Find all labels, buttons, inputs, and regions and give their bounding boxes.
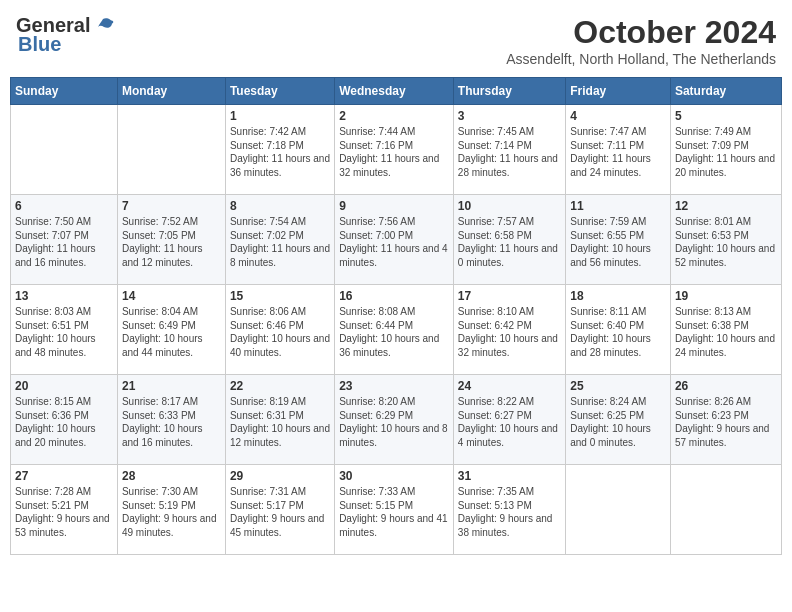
daylight-text: Daylight: 10 hours and 56 minutes. — [570, 242, 666, 269]
day-number: 15 — [230, 289, 330, 303]
logo-bird-icon — [92, 15, 114, 37]
daylight-text: Daylight: 9 hours and 41 minutes. — [339, 512, 449, 539]
day-info: Sunrise: 7:44 AMSunset: 7:16 PMDaylight:… — [339, 125, 449, 179]
sunset-text: Sunset: 5:19 PM — [122, 499, 221, 513]
day-number: 13 — [15, 289, 113, 303]
calendar-cell: 22Sunrise: 8:19 AMSunset: 6:31 PMDayligh… — [225, 375, 334, 465]
day-info: Sunrise: 7:31 AMSunset: 5:17 PMDaylight:… — [230, 485, 330, 539]
calendar-cell: 11Sunrise: 7:59 AMSunset: 6:55 PMDayligh… — [566, 195, 671, 285]
daylight-text: Daylight: 11 hours and 4 minutes. — [339, 242, 449, 269]
sunrise-text: Sunrise: 7:54 AM — [230, 215, 330, 229]
sunrise-text: Sunrise: 7:57 AM — [458, 215, 561, 229]
day-number: 30 — [339, 469, 449, 483]
calendar-week-row: 13Sunrise: 8:03 AMSunset: 6:51 PMDayligh… — [11, 285, 782, 375]
day-number: 12 — [675, 199, 777, 213]
sunset-text: Sunset: 6:42 PM — [458, 319, 561, 333]
day-number: 23 — [339, 379, 449, 393]
day-info: Sunrise: 7:59 AMSunset: 6:55 PMDaylight:… — [570, 215, 666, 269]
sunset-text: Sunset: 6:46 PM — [230, 319, 330, 333]
day-number: 5 — [675, 109, 777, 123]
calendar-cell: 26Sunrise: 8:26 AMSunset: 6:23 PMDayligh… — [670, 375, 781, 465]
day-info: Sunrise: 7:28 AMSunset: 5:21 PMDaylight:… — [15, 485, 113, 539]
day-info: Sunrise: 7:35 AMSunset: 5:13 PMDaylight:… — [458, 485, 561, 539]
sunrise-text: Sunrise: 7:47 AM — [570, 125, 666, 139]
calendar-cell: 27Sunrise: 7:28 AMSunset: 5:21 PMDayligh… — [11, 465, 118, 555]
sunrise-text: Sunrise: 7:28 AM — [15, 485, 113, 499]
day-number: 25 — [570, 379, 666, 393]
day-info: Sunrise: 7:50 AMSunset: 7:07 PMDaylight:… — [15, 215, 113, 269]
daylight-text: Daylight: 11 hours and 36 minutes. — [230, 152, 330, 179]
day-number: 16 — [339, 289, 449, 303]
daylight-text: Daylight: 9 hours and 53 minutes. — [15, 512, 113, 539]
sunset-text: Sunset: 6:58 PM — [458, 229, 561, 243]
sunset-text: Sunset: 6:49 PM — [122, 319, 221, 333]
sunrise-text: Sunrise: 8:19 AM — [230, 395, 330, 409]
day-number: 18 — [570, 289, 666, 303]
day-info: Sunrise: 8:19 AMSunset: 6:31 PMDaylight:… — [230, 395, 330, 449]
calendar-cell: 18Sunrise: 8:11 AMSunset: 6:40 PMDayligh… — [566, 285, 671, 375]
sunrise-text: Sunrise: 8:03 AM — [15, 305, 113, 319]
location-subtitle: Assendelft, North Holland, The Netherlan… — [506, 51, 776, 67]
day-info: Sunrise: 7:42 AMSunset: 7:18 PMDaylight:… — [230, 125, 330, 179]
day-number: 7 — [122, 199, 221, 213]
day-number: 8 — [230, 199, 330, 213]
day-number: 6 — [15, 199, 113, 213]
day-number: 20 — [15, 379, 113, 393]
sunrise-text: Sunrise: 7:30 AM — [122, 485, 221, 499]
sunset-text: Sunset: 6:31 PM — [230, 409, 330, 423]
sunset-text: Sunset: 7:18 PM — [230, 139, 330, 153]
sunrise-text: Sunrise: 7:49 AM — [675, 125, 777, 139]
daylight-text: Daylight: 10 hours and 12 minutes. — [230, 422, 330, 449]
sunset-text: Sunset: 6:40 PM — [570, 319, 666, 333]
calendar-week-row: 20Sunrise: 8:15 AMSunset: 6:36 PMDayligh… — [11, 375, 782, 465]
day-number: 26 — [675, 379, 777, 393]
daylight-text: Daylight: 10 hours and 16 minutes. — [122, 422, 221, 449]
sunset-text: Sunset: 6:29 PM — [339, 409, 449, 423]
day-info: Sunrise: 8:17 AMSunset: 6:33 PMDaylight:… — [122, 395, 221, 449]
daylight-text: Daylight: 9 hours and 38 minutes. — [458, 512, 561, 539]
calendar-cell: 15Sunrise: 8:06 AMSunset: 6:46 PMDayligh… — [225, 285, 334, 375]
daylight-text: Daylight: 11 hours and 0 minutes. — [458, 242, 561, 269]
title-block: October 2024 Assendelft, North Holland, … — [506, 14, 776, 67]
day-info: Sunrise: 7:49 AMSunset: 7:09 PMDaylight:… — [675, 125, 777, 179]
calendar-week-row: 6Sunrise: 7:50 AMSunset: 7:07 PMDaylight… — [11, 195, 782, 285]
calendar-cell: 19Sunrise: 8:13 AMSunset: 6:38 PMDayligh… — [670, 285, 781, 375]
day-number: 29 — [230, 469, 330, 483]
sunrise-text: Sunrise: 8:01 AM — [675, 215, 777, 229]
daylight-text: Daylight: 11 hours and 8 minutes. — [230, 242, 330, 269]
calendar-cell: 1Sunrise: 7:42 AMSunset: 7:18 PMDaylight… — [225, 105, 334, 195]
calendar-week-row: 1Sunrise: 7:42 AMSunset: 7:18 PMDaylight… — [11, 105, 782, 195]
daylight-text: Daylight: 10 hours and 32 minutes. — [458, 332, 561, 359]
calendar-cell: 4Sunrise: 7:47 AMSunset: 7:11 PMDaylight… — [566, 105, 671, 195]
day-info: Sunrise: 8:03 AMSunset: 6:51 PMDaylight:… — [15, 305, 113, 359]
daylight-text: Daylight: 11 hours and 20 minutes. — [675, 152, 777, 179]
sunset-text: Sunset: 6:55 PM — [570, 229, 666, 243]
sunset-text: Sunset: 5:17 PM — [230, 499, 330, 513]
calendar-cell: 7Sunrise: 7:52 AMSunset: 7:05 PMDaylight… — [117, 195, 225, 285]
sunset-text: Sunset: 7:14 PM — [458, 139, 561, 153]
calendar-cell: 12Sunrise: 8:01 AMSunset: 6:53 PMDayligh… — [670, 195, 781, 285]
day-header-friday: Friday — [566, 78, 671, 105]
calendar-cell — [117, 105, 225, 195]
calendar-cell: 16Sunrise: 8:08 AMSunset: 6:44 PMDayligh… — [335, 285, 454, 375]
day-info: Sunrise: 7:47 AMSunset: 7:11 PMDaylight:… — [570, 125, 666, 179]
calendar-cell: 14Sunrise: 8:04 AMSunset: 6:49 PMDayligh… — [117, 285, 225, 375]
calendar-cell: 28Sunrise: 7:30 AMSunset: 5:19 PMDayligh… — [117, 465, 225, 555]
sunrise-text: Sunrise: 7:33 AM — [339, 485, 449, 499]
calendar-header-row: SundayMondayTuesdayWednesdayThursdayFrid… — [11, 78, 782, 105]
sunrise-text: Sunrise: 8:22 AM — [458, 395, 561, 409]
sunset-text: Sunset: 7:09 PM — [675, 139, 777, 153]
day-info: Sunrise: 8:10 AMSunset: 6:42 PMDaylight:… — [458, 305, 561, 359]
daylight-text: Daylight: 10 hours and 36 minutes. — [339, 332, 449, 359]
sunrise-text: Sunrise: 8:24 AM — [570, 395, 666, 409]
day-header-sunday: Sunday — [11, 78, 118, 105]
day-info: Sunrise: 7:56 AMSunset: 7:00 PMDaylight:… — [339, 215, 449, 269]
day-header-monday: Monday — [117, 78, 225, 105]
calendar-cell: 2Sunrise: 7:44 AMSunset: 7:16 PMDaylight… — [335, 105, 454, 195]
calendar-cell: 30Sunrise: 7:33 AMSunset: 5:15 PMDayligh… — [335, 465, 454, 555]
day-number: 22 — [230, 379, 330, 393]
daylight-text: Daylight: 10 hours and 8 minutes. — [339, 422, 449, 449]
calendar-cell: 23Sunrise: 8:20 AMSunset: 6:29 PMDayligh… — [335, 375, 454, 465]
sunrise-text: Sunrise: 7:31 AM — [230, 485, 330, 499]
sunset-text: Sunset: 6:36 PM — [15, 409, 113, 423]
